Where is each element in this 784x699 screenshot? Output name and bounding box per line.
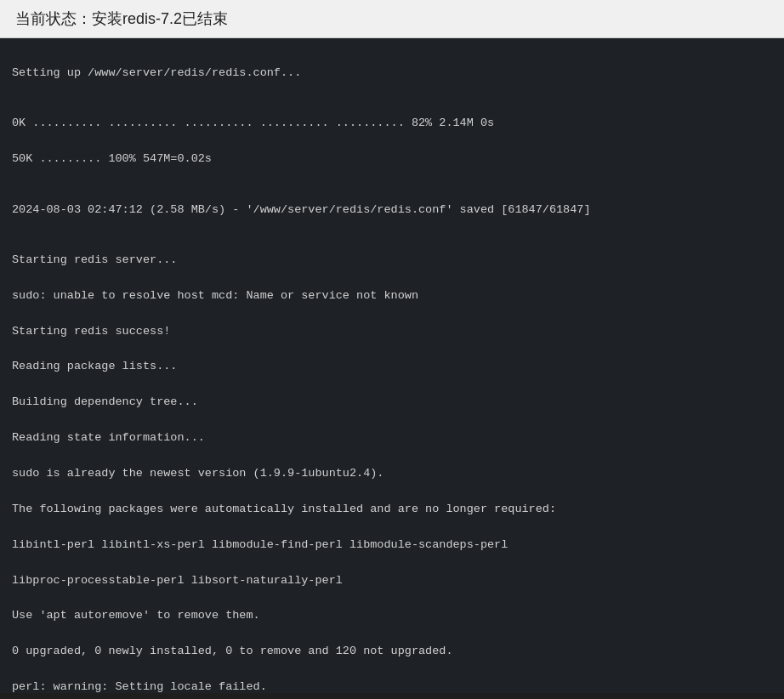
terminal-line-empty (12, 236, 772, 252)
terminal-line: sudo is already the newest version (1.9.… (12, 465, 772, 483)
terminal-line: 2024-08-03 02:47:12 (2.58 MB/s) - '/www/… (12, 202, 772, 219)
header-title: 当前状态：安装redis-7.2已结束 (15, 10, 228, 27)
header-bar: 当前状态：安装redis-7.2已结束 (0, 0, 784, 38)
terminal-line: The following packages were automaticall… (12, 501, 772, 519)
terminal-line: 50K ......... 100% 547M=0.02s (12, 151, 772, 168)
terminal-line: perl: warning: Setting locale failed. (12, 679, 772, 693)
terminal-line: Reading state information... (12, 429, 772, 447)
terminal-line: 0 upgraded, 0 newly installed, 0 to remo… (12, 643, 772, 661)
terminal-line-empty (12, 100, 772, 116)
terminal-line: libintl-perl libintl-xs-perl libmodule-f… (12, 537, 772, 554)
terminal-line: Reading package lists... (12, 358, 772, 376)
terminal-line: libproc-processtable-perl libsort-natura… (12, 572, 772, 590)
terminal-line: Starting redis server... (12, 252, 772, 270)
terminal-line: Starting redis success! (12, 323, 772, 341)
terminal-output: Setting up /www/server/redis/redis.conf.… (0, 38, 784, 693)
terminal-line: 0K .......... .......... .......... ....… (12, 115, 772, 133)
terminal-line: Building dependency tree... (12, 394, 772, 412)
terminal-line: Use 'apt autoremove' to remove them. (12, 607, 772, 625)
terminal-line-empty (12, 186, 772, 202)
terminal-line: Setting up /www/server/redis/redis.conf.… (12, 65, 772, 82)
terminal-line: sudo: unable to resolve host mcd: Name o… (12, 287, 772, 305)
